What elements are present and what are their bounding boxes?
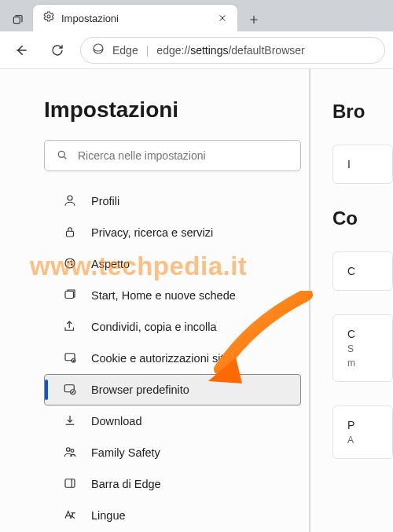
sidebar-item-label: Download bbox=[91, 415, 142, 427]
section-heading: Bro bbox=[332, 101, 393, 123]
refresh-button[interactable] bbox=[44, 37, 71, 64]
browser-tab[interactable]: Impostazioni bbox=[33, 5, 237, 31]
sidebar-item-barra[interactable]: Barra di Edge bbox=[44, 468, 301, 500]
content-area: Impostazioni Profili Privacy, ricerca e … bbox=[0, 69, 393, 532]
svg-rect-17 bbox=[65, 479, 75, 487]
card-2[interactable]: C bbox=[332, 251, 393, 291]
edge-logo-icon bbox=[92, 42, 105, 57]
svg-point-2 bbox=[94, 44, 103, 53]
sidebar-item-aspetto[interactable]: Aspetto bbox=[44, 248, 301, 280]
cookie-icon bbox=[63, 350, 77, 367]
search-input[interactable] bbox=[78, 149, 289, 162]
toolbar: Edge | edge://settings/defaultBrowser bbox=[0, 31, 393, 69]
sidebar-item-browser-predefinito[interactable]: Browser predefinito bbox=[44, 374, 301, 405]
svg-rect-0 bbox=[13, 17, 20, 24]
section-heading: Co bbox=[332, 207, 393, 229]
settings-search[interactable] bbox=[44, 140, 301, 171]
sidebar-item-label: Barra di Edge bbox=[91, 478, 161, 490]
sidebar-icon bbox=[63, 476, 77, 493]
sidebar-item-profili[interactable]: Profili bbox=[44, 185, 301, 217]
back-button[interactable] bbox=[8, 37, 35, 64]
default-browser-icon bbox=[63, 382, 77, 398]
main-panel-clipped: Bro I Co C C S m P A bbox=[310, 69, 393, 532]
window-tabs-button[interactable] bbox=[5, 8, 30, 31]
tabs-icon bbox=[63, 288, 77, 304]
svg-point-6 bbox=[65, 259, 75, 268]
sidebar-item-privacy[interactable]: Privacy, ricerca e servizi bbox=[44, 217, 301, 248]
url-text: edge://settings/defaultBrowser bbox=[156, 44, 304, 57]
close-tab-button[interactable] bbox=[215, 11, 230, 25]
sidebar-item-label: Condividi, copia e incolla bbox=[91, 321, 217, 333]
language-icon bbox=[63, 508, 77, 524]
sidebar-item-label: Profili bbox=[91, 195, 119, 207]
settings-sidebar: Impostazioni Profili Privacy, ricerca e … bbox=[0, 69, 310, 532]
family-icon bbox=[63, 445, 77, 461]
sidebar-item-label: Aspetto bbox=[91, 258, 130, 270]
svg-point-8 bbox=[71, 261, 72, 262]
sidebar-item-label: Lingue bbox=[91, 509, 126, 522]
svg-point-15 bbox=[67, 447, 71, 451]
addr-brand: Edge bbox=[112, 44, 138, 57]
download-icon bbox=[63, 413, 77, 430]
svg-point-3 bbox=[58, 151, 64, 157]
svg-point-1 bbox=[47, 15, 50, 18]
settings-menu: Profili Privacy, ricerca e servizi Aspet… bbox=[44, 185, 301, 532]
sidebar-item-label: Family Safety bbox=[91, 446, 160, 459]
palette-icon bbox=[63, 256, 77, 273]
new-tab-button[interactable] bbox=[242, 8, 266, 31]
tab-title: Impostazioni bbox=[61, 13, 209, 24]
card-1[interactable]: I bbox=[332, 145, 393, 184]
svg-point-16 bbox=[71, 449, 74, 452]
address-bar[interactable]: Edge | edge://settings/defaultBrowser bbox=[80, 37, 385, 64]
svg-point-7 bbox=[68, 261, 69, 262]
svg-point-9 bbox=[72, 263, 73, 265]
page-title: Impostazioni bbox=[44, 97, 301, 123]
lock-icon bbox=[63, 225, 77, 241]
sidebar-item-condividi[interactable]: Condividi, copia e incolla bbox=[44, 311, 301, 343]
sidebar-item-download[interactable]: Download bbox=[44, 405, 301, 437]
share-icon bbox=[63, 319, 77, 336]
card-4[interactable]: P A bbox=[332, 405, 393, 459]
sidebar-item-lingue[interactable]: Lingue bbox=[44, 500, 301, 531]
search-icon bbox=[56, 149, 68, 163]
sidebar-item-label: Cookie e autorizzazioni sito bbox=[91, 352, 230, 365]
sidebar-item-label: Privacy, ricerca e servizi bbox=[91, 226, 213, 239]
sidebar-item-label: Browser predefinito bbox=[91, 383, 189, 396]
person-icon bbox=[63, 193, 77, 210]
tab-strip: Impostazioni bbox=[0, 0, 393, 31]
sidebar-item-family[interactable]: Family Safety bbox=[44, 437, 301, 468]
gear-icon bbox=[42, 10, 55, 26]
sidebar-item-start[interactable]: Start, Home e nuove schede bbox=[44, 280, 301, 311]
svg-point-4 bbox=[68, 196, 72, 200]
svg-rect-5 bbox=[67, 231, 74, 237]
addr-separator: | bbox=[146, 44, 149, 57]
sidebar-item-cookie[interactable]: Cookie e autorizzazioni sito bbox=[44, 343, 301, 374]
sidebar-item-label: Start, Home e nuove schede bbox=[91, 289, 236, 302]
svg-rect-10 bbox=[65, 291, 74, 298]
card-3[interactable]: C S m bbox=[332, 314, 393, 382]
